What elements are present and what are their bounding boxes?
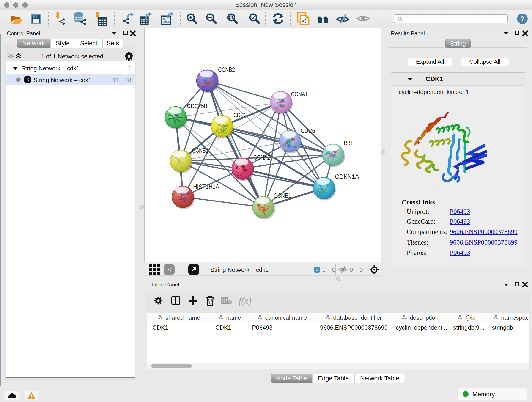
svg-text:HIST1H1A: HIST1H1A (193, 183, 219, 190)
svg-text:CDC25B: CDC25B (187, 102, 207, 109)
svg-text:CCNA1: CCNA1 (291, 90, 308, 98)
svg-text:CCNA2: CCNA2 (253, 154, 270, 161)
svg-text:CDKN1A: CDKN1A (335, 173, 359, 180)
svg-text:CCNB2: CCNB2 (218, 66, 235, 73)
svg-text:CDC6: CDC6 (301, 127, 315, 134)
svg-text:RB1: RB1 (344, 139, 353, 147)
svg-text:CCNB1: CCNB1 (192, 147, 209, 154)
svg-text:CDK1: CDK1 (234, 112, 246, 119)
svg-text:CCNE1: CCNE1 (273, 192, 291, 199)
